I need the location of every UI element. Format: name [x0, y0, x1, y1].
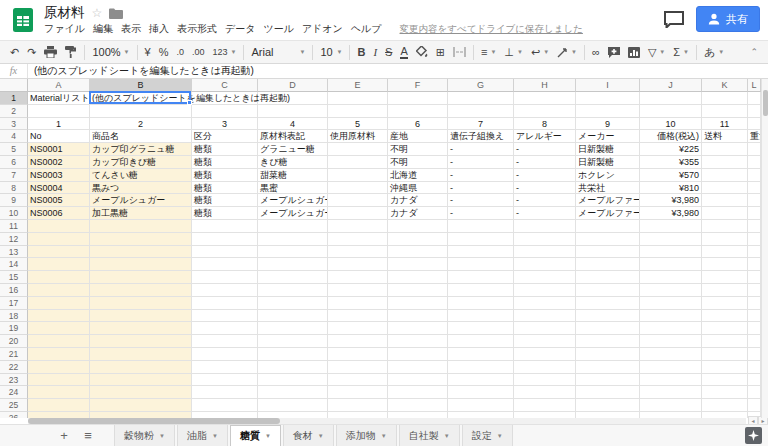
cell-G5[interactable]: - — [448, 143, 514, 156]
cell-E10[interactable] — [328, 207, 388, 220]
cell-F10[interactable]: カナダ — [388, 207, 448, 220]
cell-H24[interactable] — [514, 386, 576, 399]
cell-K9[interactable] — [702, 194, 748, 207]
row-header-26[interactable]: 26 — [0, 412, 28, 418]
text-color-button[interactable]: A — [396, 43, 411, 61]
cell-G1[interactable] — [448, 92, 514, 105]
vertical-scrollbar-thumb[interactable] — [763, 90, 768, 116]
filter-button[interactable]: ▽▼ — [644, 43, 669, 61]
column-header-B[interactable]: B — [90, 79, 192, 92]
paint-format-icon[interactable] — [61, 43, 81, 61]
cell-D21[interactable] — [258, 348, 328, 361]
cell-K1[interactable] — [702, 92, 748, 105]
cell-C19[interactable] — [192, 322, 258, 335]
strikethrough-button[interactable]: S — [381, 43, 396, 61]
row-header-19[interactable]: 19 — [0, 322, 28, 335]
cell-J14[interactable] — [640, 258, 702, 271]
cell-A23[interactable] — [28, 374, 90, 387]
cell-D25[interactable] — [258, 399, 328, 412]
cell-L25[interactable] — [748, 399, 761, 412]
cell-B5[interactable]: カップ印グラニュ糖 — [90, 143, 192, 156]
cell-L22[interactable] — [748, 361, 761, 374]
cell-I16[interactable] — [576, 284, 640, 297]
cell-B2[interactable] — [90, 105, 192, 118]
cell-D16[interactable] — [258, 284, 328, 297]
cell-E14[interactable] — [328, 258, 388, 271]
cell-D9[interactable]: メープルシュガー — [258, 194, 328, 207]
cell-H2[interactable] — [514, 105, 576, 118]
cell-J20[interactable] — [640, 335, 702, 348]
cell-K21[interactable] — [702, 348, 748, 361]
cell-J1[interactable] — [640, 92, 702, 105]
redo-icon[interactable]: ↷ — [23, 43, 40, 61]
cell-D14[interactable] — [258, 258, 328, 271]
cell-L23[interactable] — [748, 374, 761, 387]
cell-G20[interactable] — [448, 335, 514, 348]
cell-L24[interactable] — [748, 386, 761, 399]
cell-K14[interactable] — [702, 258, 748, 271]
cell-J15[interactable] — [640, 271, 702, 284]
cell-G9[interactable]: - — [448, 194, 514, 207]
cell-B19[interactable] — [90, 322, 192, 335]
cell-C22[interactable] — [192, 361, 258, 374]
cell-H18[interactable] — [514, 310, 576, 323]
cell-G22[interactable] — [448, 361, 514, 374]
cell-H15[interactable] — [514, 271, 576, 284]
cell-A3[interactable]: 1 — [28, 118, 90, 131]
tab-menu-icon[interactable]: ▼ — [265, 433, 271, 439]
cell-I7[interactable]: ホクレン — [576, 169, 640, 182]
font-size-select[interactable]: 10▼ — [316, 43, 346, 61]
cell-C23[interactable] — [192, 374, 258, 387]
cell-C15[interactable] — [192, 271, 258, 284]
cell-A17[interactable] — [28, 297, 90, 310]
cell-H5[interactable]: - — [514, 143, 576, 156]
cell-K4[interactable]: 送料 — [702, 130, 748, 143]
cell-D10[interactable]: メープルシュガー — [258, 207, 328, 220]
cell-H16[interactable] — [514, 284, 576, 297]
cell-L10[interactable] — [748, 207, 761, 220]
cell-F7[interactable]: 北海道 — [388, 169, 448, 182]
cell-E17[interactable] — [328, 297, 388, 310]
cell-C11[interactable] — [192, 220, 258, 233]
cell-C8[interactable]: 糖類 — [192, 182, 258, 195]
sheets-logo-icon[interactable] — [10, 7, 36, 33]
cell-L17[interactable] — [748, 297, 761, 310]
cell-I6[interactable]: 日新製糖 — [576, 156, 640, 169]
cell-B16[interactable] — [90, 284, 192, 297]
cell-K23[interactable] — [702, 374, 748, 387]
cell-H11[interactable] — [514, 220, 576, 233]
cell-I21[interactable] — [576, 348, 640, 361]
select-all-corner[interactable] — [0, 79, 28, 92]
cell-C20[interactable] — [192, 335, 258, 348]
cell-I3[interactable]: 9 — [576, 118, 640, 131]
sheet-tab-添加物[interactable]: 添加物▼ — [336, 425, 397, 446]
cell-H6[interactable]: - — [514, 156, 576, 169]
cell-H14[interactable] — [514, 258, 576, 271]
cell-B4[interactable]: 商品名 — [90, 130, 192, 143]
cell-K5[interactable] — [702, 143, 748, 156]
cell-E7[interactable] — [328, 169, 388, 182]
menu-item[interactable]: 表示形式 — [177, 22, 217, 36]
cell-K16[interactable] — [702, 284, 748, 297]
cell-E22[interactable] — [328, 361, 388, 374]
cell-D6[interactable]: きび糖 — [258, 156, 328, 169]
cell-B22[interactable] — [90, 361, 192, 374]
row-header-18[interactable]: 18 — [0, 310, 28, 323]
undo-icon[interactable]: ↶ — [6, 43, 23, 61]
row-header-8[interactable]: 8 — [0, 182, 28, 195]
cell-E12[interactable] — [328, 233, 388, 246]
cell-D13[interactable] — [258, 246, 328, 259]
cell-K18[interactable] — [702, 310, 748, 323]
cell-E15[interactable] — [328, 271, 388, 284]
cell-H17[interactable] — [514, 297, 576, 310]
cell-B3[interactable]: 2 — [90, 118, 192, 131]
cell-F25[interactable] — [388, 399, 448, 412]
cell-D24[interactable] — [258, 386, 328, 399]
print-icon[interactable] — [40, 43, 61, 61]
cell-A25[interactable] — [28, 399, 90, 412]
cell-K25[interactable] — [702, 399, 748, 412]
row-header-11[interactable]: 11 — [0, 220, 28, 233]
cell-J13[interactable] — [640, 246, 702, 259]
row-header-15[interactable]: 15 — [0, 271, 28, 284]
cell-G19[interactable] — [448, 322, 514, 335]
